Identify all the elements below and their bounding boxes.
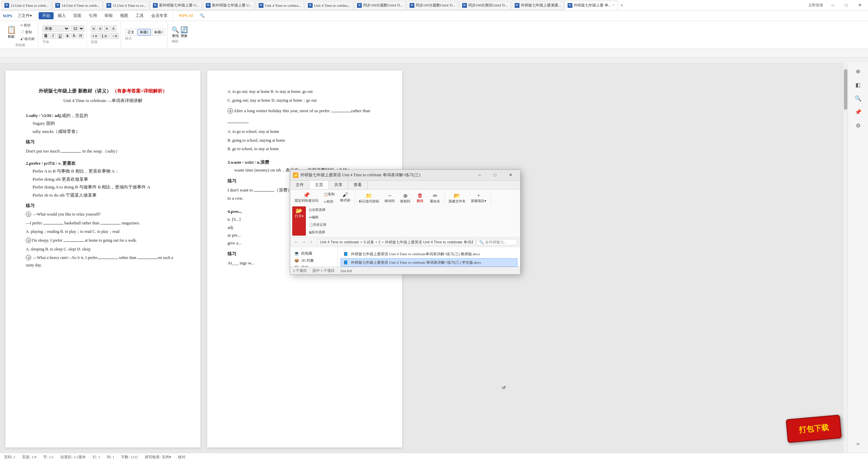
cut-button[interactable]: ✂剪切 bbox=[19, 22, 36, 28]
tab-close-12[interactable]: × bbox=[612, 3, 615, 8]
fd-open-button[interactable]: 📂打开▾ bbox=[292, 206, 306, 236]
fd-tab-share[interactable]: 共享 bbox=[329, 181, 348, 189]
paste-button[interactable]: 📋 粘贴 bbox=[5, 25, 18, 39]
tab-8[interactable]: W 同步100分题数Unit4 Ti... bbox=[354, 1, 406, 10]
align-right-button[interactable]: ≡ bbox=[104, 25, 110, 32]
side-btn-bottom[interactable]: ≡ bbox=[852, 438, 864, 450]
add-tab-button[interactable]: + bbox=[618, 2, 626, 8]
fd-edit-button[interactable]: ✏编辑 bbox=[307, 214, 329, 221]
menu-tools[interactable]: 工具 bbox=[132, 12, 147, 19]
fd-mark-button[interactable]: 📁标记放式按钮 bbox=[356, 192, 381, 205]
fd-select-all-button[interactable]: ☑全部选择 bbox=[307, 206, 329, 213]
menu-wps-ai[interactable]: WPS AI bbox=[175, 13, 196, 19]
login-button[interactable]: 立即登录 bbox=[808, 3, 823, 8]
fd-history-button[interactable]: 🕐历史记录 bbox=[307, 221, 329, 228]
fd-delete-button[interactable]: 🗑删除 bbox=[413, 192, 427, 205]
minimize-button[interactable]: ─ bbox=[826, 1, 840, 10]
fd-new-folder-button[interactable]: 📂新建文件夹 bbox=[446, 192, 468, 205]
font-color-button[interactable]: A bbox=[71, 33, 77, 38]
fd-file-teacher[interactable]: 📘 外研版七年级上册英语 Unit 4 Time to celebrate单词表… bbox=[340, 250, 517, 258]
tab-5[interactable]: W 新外研版七年级上册 U... bbox=[203, 1, 255, 10]
replace-button[interactable]: 🔄 替换 bbox=[180, 26, 188, 38]
menu-reference[interactable]: 引用 bbox=[85, 12, 100, 19]
fd-copy-button[interactable]: 📋复制 bbox=[321, 191, 337, 198]
fd-file-student[interactable]: 📘 外研版七年级上册英语 Unit 4 Time to celebrate 单词… bbox=[340, 258, 517, 267]
wps-logo: WPS bbox=[3, 13, 12, 19]
tab-4[interactable]: W 新外研版七年级上册 U... bbox=[150, 1, 202, 10]
entry-salty: 1.salty / ˈsɔːltɪ / adj.咸的，含盐的 Sugary 甜的… bbox=[26, 112, 180, 155]
tab-6[interactable]: W Unit 4 Time to celebra... bbox=[256, 1, 304, 10]
style-heading1[interactable]: 标题1 bbox=[138, 29, 151, 36]
side-btn-3[interactable]: 🔍 bbox=[852, 92, 864, 104]
close-button[interactable]: ✕ bbox=[853, 1, 867, 10]
fd-tab-file[interactable]: 文件 bbox=[290, 181, 310, 189]
menu-review[interactable]: 审阅 bbox=[101, 12, 116, 19]
tab-1[interactable]: W 13.Unit 4 Time to celeb... bbox=[1, 1, 52, 10]
menu-view[interactable]: 视图 bbox=[117, 12, 132, 19]
menu-page[interactable]: 页面 bbox=[70, 12, 85, 19]
fd-up-button[interactable]: ↑ bbox=[308, 239, 315, 245]
italic-button[interactable]: I bbox=[51, 33, 56, 39]
tab-icon-10: W bbox=[462, 3, 467, 8]
fd-format-button[interactable]: 🖌 格式刷 bbox=[338, 191, 353, 205]
font-selector[interactable]: 宋体 bbox=[42, 25, 70, 32]
align-left-button[interactable]: ≡ bbox=[91, 25, 96, 32]
format-painter-button[interactable]: 🖌格式刷 bbox=[19, 36, 36, 42]
fd-copy-to-button[interactable]: ⊕复制到 bbox=[398, 192, 413, 205]
fd-new-item-button[interactable]: +新建项目▾ bbox=[469, 192, 489, 205]
fd-back-button[interactable]: ← bbox=[293, 239, 300, 245]
bullet-list-button[interactable]: • ≡ bbox=[91, 33, 99, 39]
justify-button[interactable]: ≡ bbox=[111, 25, 116, 32]
tab-9[interactable]: W 同步100分题数Unit4 Ti... bbox=[407, 1, 458, 10]
find-button[interactable]: 🔍 查找 bbox=[172, 26, 179, 38]
fd-sidebar-video[interactable]: 🎬 视频 bbox=[290, 264, 337, 267]
menu-home[interactable]: 开始 bbox=[39, 12, 54, 19]
copy-button[interactable]: 📄复制 bbox=[19, 29, 36, 35]
search-icon[interactable]: 🔍 bbox=[200, 13, 205, 18]
numbered-list-button[interactable]: 1.≡ bbox=[100, 33, 108, 39]
tab-2[interactable]: W 14.Unit 4 Time to celeb... bbox=[52, 1, 102, 10]
fd-sidebar-3d[interactable]: 📦 3D 对象 bbox=[290, 257, 337, 264]
tab-12[interactable]: W 外研版七年级上册 单... × bbox=[565, 1, 618, 10]
practice-prefer-q1: ① —What would you like to relax yourself… bbox=[26, 211, 180, 218]
menu-insert[interactable]: 插入 bbox=[54, 12, 69, 19]
fd-sidebar-pc[interactable]: 💻 此电脑 bbox=[290, 250, 337, 257]
fd-close[interactable]: ✕ bbox=[504, 171, 517, 180]
scrollbar-thumb[interactable] bbox=[844, 69, 847, 110]
fd-pin-button[interactable]: 📌 固定到快速访问 bbox=[292, 191, 321, 205]
fd-move-button[interactable]: →移动到 bbox=[382, 192, 397, 205]
menu-file[interactable]: 三文件▾ bbox=[14, 12, 35, 19]
side-btn-4[interactable]: 📌 bbox=[852, 106, 864, 118]
fd-tab-view[interactable]: 查看 bbox=[348, 181, 368, 189]
side-btn-5[interactable]: ⚙ bbox=[852, 119, 864, 132]
vertical-scrollbar[interactable] bbox=[843, 62, 848, 453]
strikethrough-button[interactable]: S̶ bbox=[65, 33, 70, 38]
tab-11[interactable]: W 外研版七年级上册满通... bbox=[512, 1, 564, 10]
fd-search-box[interactable]: 🔍 bbox=[477, 239, 517, 245]
menu-member[interactable]: 会员专享 bbox=[148, 12, 171, 19]
fd-search-input[interactable] bbox=[485, 240, 512, 244]
bold-button[interactable]: B bbox=[42, 33, 50, 39]
tab-10[interactable]: W 同步100分测试Unit4 Ti... bbox=[459, 1, 511, 10]
fd-forward-button[interactable]: → bbox=[300, 239, 307, 245]
side-btn-2[interactable]: ◧ bbox=[852, 79, 864, 91]
maximize-button[interactable]: □ bbox=[840, 1, 853, 10]
highlight-button[interactable]: H bbox=[78, 33, 83, 38]
fd-tab-home[interactable]: 主页 bbox=[310, 181, 329, 189]
tab-3[interactable]: W 15.Unit 4 Time to ce... bbox=[103, 1, 149, 10]
download-badge[interactable]: 打包下载 bbox=[786, 415, 842, 443]
indent-button[interactable]: →≡ bbox=[110, 33, 119, 39]
fd-invert-select-button[interactable]: ⊠反向选择 bbox=[307, 229, 329, 236]
side-btn-1[interactable]: ⊕ bbox=[852, 65, 864, 77]
fd-path-input[interactable] bbox=[317, 239, 475, 245]
tab-7[interactable]: W Unit 4 Time to celebra... bbox=[305, 1, 353, 10]
underline-button[interactable]: U bbox=[57, 33, 64, 39]
align-center-button[interactable]: ≡ bbox=[97, 25, 103, 32]
fd-maximize[interactable]: □ bbox=[488, 171, 502, 180]
fd-minimize[interactable]: ─ bbox=[473, 171, 486, 180]
fd-cut-button[interactable]: ✂剪切 bbox=[321, 198, 337, 205]
style-normal[interactable]: 正文 bbox=[125, 29, 137, 36]
fd-rename-button[interactable]: ✏重命名 bbox=[428, 192, 442, 205]
font-size-selector[interactable]: 12 bbox=[71, 25, 84, 32]
style-heading2[interactable]: 标题2 bbox=[152, 29, 165, 36]
